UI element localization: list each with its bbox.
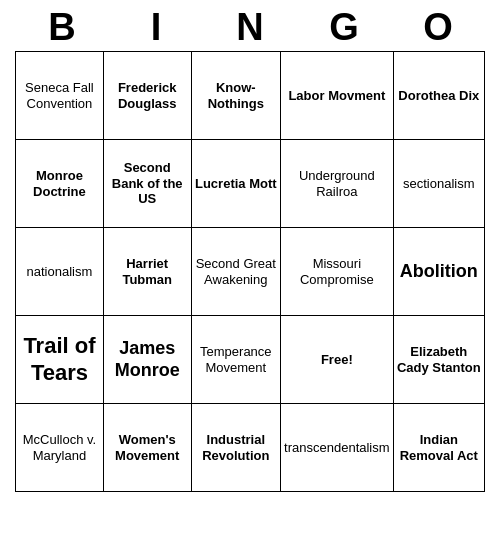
bingo-grid: Seneca Fall ConventionFrederick Douglass… — [15, 51, 485, 492]
bingo-letter-o: O — [398, 6, 478, 49]
bingo-letter-n: N — [210, 6, 290, 49]
cell-r4-c0: McCulloch v. Maryland — [16, 404, 104, 492]
bingo-letter-g: G — [304, 6, 384, 49]
cell-r3-c3: Free! — [281, 316, 394, 404]
cell-r1-c4: sectionalism — [393, 140, 484, 228]
cell-r4-c2: Industrial Revolution — [191, 404, 281, 492]
cell-r1-c1: Second Bank of the US — [103, 140, 191, 228]
cell-r2-c3: Missouri Compromise — [281, 228, 394, 316]
cell-r0-c2: Know-Nothings — [191, 52, 281, 140]
cell-r3-c1: James Monroe — [103, 316, 191, 404]
cell-r1-c0: Monroe Doctrine — [16, 140, 104, 228]
cell-r1-c3: Underground Railroa — [281, 140, 394, 228]
cell-r0-c4: Dorothea Dix — [393, 52, 484, 140]
cell-r2-c1: Harriet Tubman — [103, 228, 191, 316]
bingo-header: BINGO — [15, 0, 485, 51]
cell-r2-c2: Second Great Awakening — [191, 228, 281, 316]
cell-r4-c3: transcendentalism — [281, 404, 394, 492]
cell-r3-c0: Trail of Tears — [16, 316, 104, 404]
cell-r0-c1: Frederick Douglass — [103, 52, 191, 140]
cell-r2-c0: nationalism — [16, 228, 104, 316]
cell-r2-c4: Abolition — [393, 228, 484, 316]
bingo-letter-b: B — [22, 6, 102, 49]
bingo-letter-i: I — [116, 6, 196, 49]
cell-r3-c2: Temperance Movement — [191, 316, 281, 404]
cell-r3-c4: Elizabeth Cady Stanton — [393, 316, 484, 404]
cell-r0-c0: Seneca Fall Convention — [16, 52, 104, 140]
cell-r4-c1: Women's Movement — [103, 404, 191, 492]
cell-r4-c4: Indian Removal Act — [393, 404, 484, 492]
cell-r0-c3: Labor Movment — [281, 52, 394, 140]
cell-r1-c2: Lucretia Mott — [191, 140, 281, 228]
